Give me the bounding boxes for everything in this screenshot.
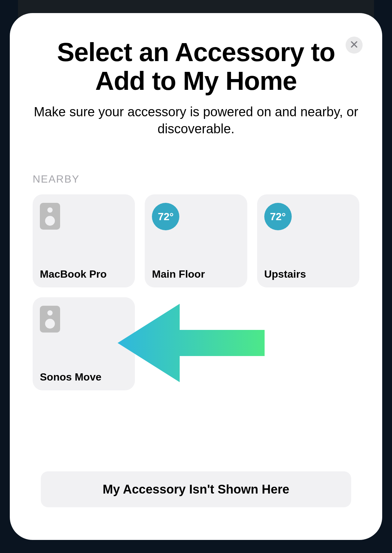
accessory-not-shown-button[interactable]: My Accessory Isn't Shown Here: [41, 471, 351, 507]
add-accessory-sheet: Select an Accessory to Add to My Home Ma…: [10, 13, 382, 540]
accessory-tile-sonos-move[interactable]: Sonos Move: [33, 297, 135, 390]
accessory-label: Sonos Move: [40, 371, 128, 383]
temperature-value: 72°: [158, 211, 173, 223]
speaker-icon: [40, 203, 60, 230]
button-label: My Accessory Isn't Shown Here: [103, 482, 289, 496]
accessory-tile-macbook-pro[interactable]: MacBook Pro: [33, 194, 135, 287]
sheet-subtitle: Make sure your accessory is powered on a…: [33, 103, 359, 137]
accessory-label: Main Floor: [152, 268, 240, 280]
accessory-tile-main-floor[interactable]: 72° Main Floor: [145, 194, 247, 287]
speaker-icon: [40, 306, 60, 333]
accessory-grid: MacBook Pro 72° Main Floor 72° Upstairs …: [33, 194, 359, 390]
accessory-label: Upstairs: [264, 268, 352, 280]
temperature-value: 72°: [270, 211, 286, 223]
accessory-label: MacBook Pro: [40, 268, 128, 280]
sheet-title: Select an Accessory to Add to My Home: [33, 38, 359, 95]
accessory-tile-upstairs[interactable]: 72° Upstairs: [257, 194, 359, 287]
close-icon: [350, 41, 358, 50]
nearby-section-label: NEARBY: [33, 173, 359, 185]
close-button[interactable]: [346, 37, 363, 54]
thermostat-icon: 72°: [152, 203, 179, 230]
thermostat-icon: 72°: [264, 203, 292, 230]
